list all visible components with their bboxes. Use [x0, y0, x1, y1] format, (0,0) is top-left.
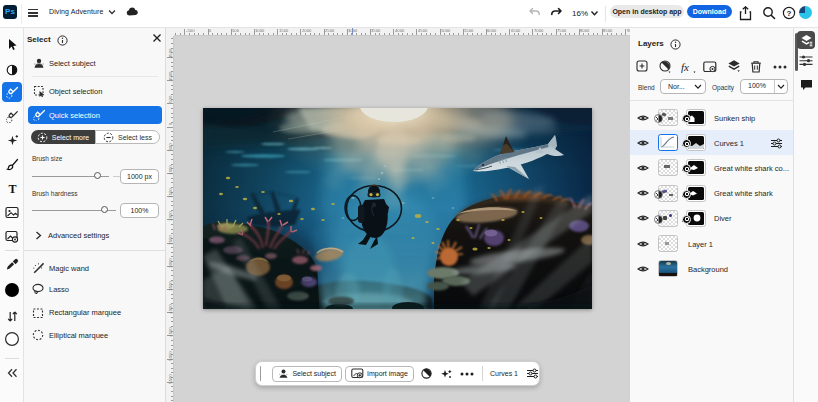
svg-text:T: T — [8, 182, 16, 195]
svg-text:?: ? — [787, 9, 792, 18]
svg-text:fx: fx — [681, 61, 689, 73]
